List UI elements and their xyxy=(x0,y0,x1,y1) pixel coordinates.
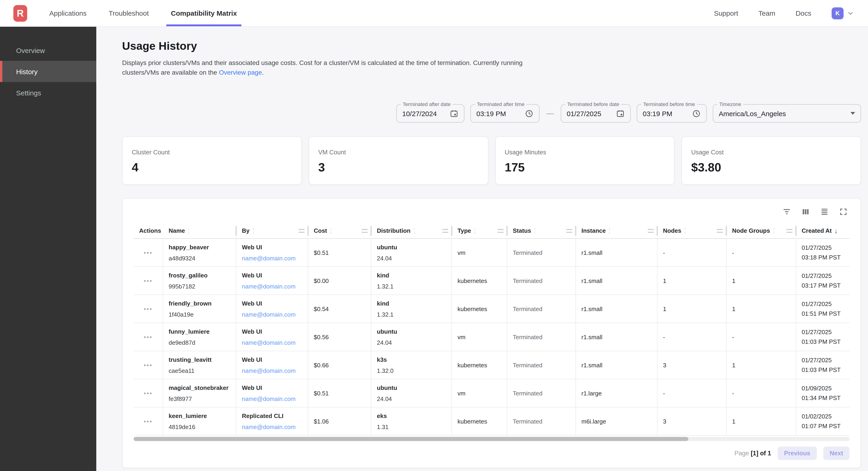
fullscreen-icon[interactable] xyxy=(837,205,849,218)
status-badge: Terminated xyxy=(513,305,570,312)
sidebar-item-overview[interactable]: Overview xyxy=(0,40,96,61)
row-actions-menu-icon[interactable]: ••• xyxy=(144,361,153,369)
column-header-label: Nodes xyxy=(663,227,681,234)
overview-page-link[interactable]: Overview page xyxy=(219,69,262,76)
terminated-before-time-field[interactable]: Terminated before time 03:19 PM xyxy=(637,104,707,123)
row-actions-menu-icon[interactable]: ••• xyxy=(144,389,153,397)
tab-troubleshoot[interactable]: Troubleshoot xyxy=(104,0,153,26)
row-actions-menu-icon[interactable]: ••• xyxy=(144,277,153,284)
column-menu-icon[interactable] xyxy=(717,229,723,233)
columns-icon[interactable] xyxy=(799,205,812,218)
by-email-link[interactable]: name@domain.com xyxy=(242,255,302,262)
column-header-type[interactable]: Type↑↓ xyxy=(452,223,507,238)
account-menu[interactable]: K xyxy=(832,7,854,19)
main-content: Usage History Displays prior clusters/VM… xyxy=(96,27,868,471)
name-cell: trusting_leavitt cae5ea11 xyxy=(163,351,236,379)
terminated-before-date-value[interactable]: 01/27/2025 xyxy=(567,110,601,117)
horizontal-scrollbar[interactable] xyxy=(134,437,849,441)
cluster-id: 1f40a19e xyxy=(168,311,230,318)
stats-row: Cluster Count 4 VM Count 3 Usage Minutes… xyxy=(122,137,861,185)
calendar-icon[interactable] xyxy=(450,109,458,118)
sort-icon[interactable]: ↑↓ xyxy=(413,228,415,234)
distribution-version: 24.04 xyxy=(377,255,446,262)
sidebar-item-history[interactable]: History xyxy=(0,61,96,82)
column-header-cost[interactable]: Cost↑↓ xyxy=(308,223,371,238)
sort-icon[interactable]: ↑↓ xyxy=(609,228,611,234)
sort-desc-icon[interactable]: ↓ xyxy=(835,227,838,234)
table-row: ••• keen_lumiere 4819de16 Replicated CLI… xyxy=(134,407,849,436)
tab-applications[interactable]: Applications xyxy=(45,0,91,26)
clock-icon[interactable] xyxy=(692,109,701,118)
by-source: Web UI xyxy=(242,272,302,278)
column-header-distribution[interactable]: Distribution↑↓ xyxy=(371,223,452,238)
sidebar-item-settings[interactable]: Settings xyxy=(0,82,96,103)
cluster-name: magical_stonebraker xyxy=(168,384,230,391)
sort-icon[interactable]: ↑↓ xyxy=(330,228,332,234)
column-header-nodes[interactable]: Nodes↑↓ xyxy=(657,223,726,238)
clock-icon[interactable] xyxy=(525,109,533,118)
sort-icon[interactable]: ↑↓ xyxy=(534,228,536,234)
created-time: 01:07 PM PST xyxy=(802,422,844,430)
created-date: 01/27/2025 xyxy=(802,244,844,251)
filter-icon[interactable] xyxy=(780,205,793,218)
timezone-value[interactable]: America/Los_Angeles xyxy=(719,110,786,117)
next-page-button[interactable]: Next xyxy=(823,447,849,460)
previous-page-button[interactable]: Previous xyxy=(777,447,817,460)
column-menu-icon[interactable] xyxy=(362,229,368,233)
column-menu-icon[interactable] xyxy=(786,229,793,233)
cost-cell: $0.56 xyxy=(308,323,371,351)
distribution-version: 24.04 xyxy=(377,339,446,346)
by-email-link[interactable]: name@domain.com xyxy=(242,311,302,318)
sort-icon[interactable]: ↑↓ xyxy=(188,228,190,234)
cost-cell: $0.00 xyxy=(308,267,371,294)
replicated-logo-icon[interactable]: R xyxy=(13,5,27,22)
row-actions-menu-icon[interactable]: ••• xyxy=(144,333,153,341)
by-email-link[interactable]: name@domain.com xyxy=(242,367,302,374)
column-header-by[interactable]: By↑↓ xyxy=(236,223,308,238)
column-header-instance[interactable]: Instance↑↓ xyxy=(576,223,657,238)
row-actions-menu-icon[interactable]: ••• xyxy=(144,305,153,313)
avatar[interactable]: K xyxy=(832,7,844,19)
terminated-after-time-field[interactable]: Terminated after time 03:19 PM xyxy=(470,104,539,123)
created-at-cell: 01/27/2025 01:03 PM PST xyxy=(796,351,849,379)
sort-icon[interactable]: ↑↓ xyxy=(773,228,775,234)
row-actions-cell: ••• xyxy=(134,295,163,323)
column-menu-icon[interactable] xyxy=(648,229,654,233)
column-header-name[interactable]: Name↑↓ xyxy=(163,223,236,238)
nav-right: Support Team Docs K xyxy=(714,0,868,26)
density-icon[interactable] xyxy=(818,205,831,218)
row-actions-menu-icon[interactable]: ••• xyxy=(144,417,153,425)
sort-icon[interactable]: ↑↓ xyxy=(252,228,254,234)
row-actions-menu-icon[interactable]: ••• xyxy=(144,249,153,256)
nav-link-docs[interactable]: Docs xyxy=(796,9,811,17)
status-badge: Terminated xyxy=(513,361,570,369)
nav-link-support[interactable]: Support xyxy=(714,9,738,17)
terminated-after-time-value[interactable]: 03:19 PM xyxy=(476,110,506,117)
cost-value: $0.00 xyxy=(314,277,365,284)
by-email-link[interactable]: name@domain.com xyxy=(242,423,302,430)
column-menu-icon[interactable] xyxy=(498,229,503,233)
column-header-status[interactable]: Status↑↓ xyxy=(507,223,576,238)
by-email-link[interactable]: name@domain.com xyxy=(242,339,302,346)
timezone-select[interactable]: Timezone America/Los_Angeles xyxy=(713,104,861,123)
calendar-icon[interactable] xyxy=(616,109,625,118)
cost-cell: $0.51 xyxy=(308,379,371,407)
terminated-before-date-field[interactable]: Terminated before date 01/27/2025 xyxy=(561,104,631,123)
sort-icon[interactable]: ↑↓ xyxy=(474,228,476,234)
column-header-created-at[interactable]: Created At↓ xyxy=(796,223,849,238)
by-email-link[interactable]: name@domain.com xyxy=(242,283,302,290)
terminated-before-time-value[interactable]: 03:19 PM xyxy=(643,110,672,117)
column-menu-icon[interactable] xyxy=(299,229,305,233)
tab-compatibility-matrix[interactable]: Compatibility Matrix xyxy=(166,0,242,26)
terminated-after-date-value[interactable]: 10/27/2024 xyxy=(402,110,437,117)
column-header-node-groups[interactable]: Node Groups↑↓ xyxy=(726,223,796,238)
scrollbar-thumb[interactable] xyxy=(134,437,688,441)
top-nav: R Applications Troubleshoot Compatibilit… xyxy=(0,0,868,27)
column-menu-icon[interactable] xyxy=(566,229,572,233)
status-cell: Terminated xyxy=(507,379,576,407)
nav-link-team[interactable]: Team xyxy=(758,9,775,17)
by-email-link[interactable]: name@domain.com xyxy=(242,395,302,402)
terminated-after-date-field[interactable]: Terminated after date 10/27/2024 xyxy=(396,104,464,123)
sort-icon[interactable]: ↑↓ xyxy=(684,228,686,234)
column-menu-icon[interactable] xyxy=(442,229,448,233)
